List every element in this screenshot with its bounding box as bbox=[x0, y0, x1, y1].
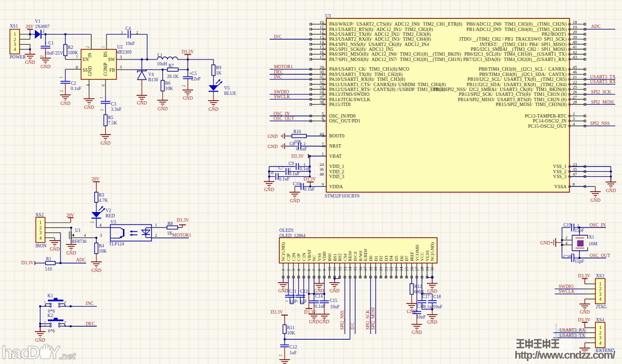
svg-text:2: 2 bbox=[155, 233, 157, 238]
svg-text:GND: GND bbox=[35, 338, 46, 343]
svg-text:1: 1 bbox=[99, 97, 104, 99]
svg-text:GND: GND bbox=[88, 66, 92, 76]
svg-text:1K: 1K bbox=[216, 71, 222, 76]
svg-text:SW: SW bbox=[108, 57, 115, 62]
svg-text:SWDIO: SWDIO bbox=[274, 90, 289, 94]
svg-text:BS0: BS0 bbox=[327, 253, 332, 261]
svg-text:GND: GND bbox=[268, 144, 278, 149]
svg-text:2: 2 bbox=[303, 142, 305, 146]
svg-text:5: 5 bbox=[322, 111, 324, 116]
svg-text:SWCLK: SWCLK bbox=[559, 289, 575, 294]
svg-text:NC(GND): NC(GND) bbox=[430, 243, 435, 261]
svg-text:TLP124: TLP124 bbox=[109, 242, 124, 246]
svg-text:4: 4 bbox=[14, 47, 16, 52]
svg-text:4: 4 bbox=[573, 121, 575, 126]
svg-text:4: 4 bbox=[599, 341, 602, 346]
svg-text:D3.3V: D3.3V bbox=[271, 310, 283, 315]
svg-text:GND: GND bbox=[41, 64, 51, 69]
svg-text:GND: GND bbox=[209, 107, 219, 112]
svg-text:STM32F103CBT6: STM32F103CBT6 bbox=[325, 194, 360, 198]
svg-text:6: 6 bbox=[101, 84, 106, 86]
svg-text:D3.3V: D3.3V bbox=[578, 273, 591, 278]
svg-text:2: 2 bbox=[599, 287, 602, 291]
svg-text:SWDIO: SWDIO bbox=[559, 284, 574, 289]
svg-text:0.1uF: 0.1uF bbox=[296, 147, 307, 152]
svg-text:0.1uF: 0.1uF bbox=[279, 177, 289, 182]
svg-text:30: 30 bbox=[319, 70, 324, 75]
svg-text:VBAT: VBAT bbox=[329, 153, 342, 159]
svg-text:D4: D4 bbox=[389, 256, 394, 261]
svg-text:GND: GND bbox=[84, 105, 94, 110]
svg-text:PA14/JTCK/SWCLK: PA14/JTCK/SWCLK bbox=[329, 97, 370, 102]
svg-text:PB15/SPI2_MOSI/ TIM1_CH3N(8): PB15/SPI2_MOSI/ TIM1_CH3N(8) bbox=[496, 102, 567, 107]
svg-text:.net: .net bbox=[59, 351, 76, 361]
svg-text:INC: INC bbox=[86, 301, 93, 306]
svg-text:D3: D3 bbox=[384, 256, 389, 261]
svg-text:19: 19 bbox=[573, 25, 577, 30]
svg-text:2: 2 bbox=[40, 55, 44, 57]
svg-text:OLED_12864: OLED_12864 bbox=[279, 233, 305, 238]
svg-text:U2: U2 bbox=[117, 45, 123, 49]
svg-text:C6: C6 bbox=[268, 170, 273, 175]
svg-text:0.1uF: 0.1uF bbox=[304, 187, 315, 192]
svg-text:R3: R3 bbox=[99, 193, 104, 197]
svg-text:SPI2_MOSI: SPI2_MOSI bbox=[371, 307, 376, 330]
svg-text:43: 43 bbox=[573, 55, 577, 60]
svg-text:R10: R10 bbox=[293, 129, 301, 134]
svg-text:2: 2 bbox=[599, 331, 602, 335]
svg-text:VBAT: VBAT bbox=[307, 249, 312, 261]
svg-text:K1: K1 bbox=[47, 293, 53, 298]
svg-text:20V: 20V bbox=[26, 24, 34, 29]
svg-text:9: 9 bbox=[322, 182, 324, 187]
svg-text:C8: C8 bbox=[289, 141, 295, 146]
svg-text:USART3_TX: USART3_TX bbox=[590, 75, 616, 79]
svg-text:C12: C12 bbox=[289, 345, 297, 349]
svg-text:6: 6 bbox=[322, 116, 324, 121]
svg-text:GND: GND bbox=[50, 247, 60, 252]
svg-text:B130: B130 bbox=[148, 77, 158, 82]
svg-text:45: 45 bbox=[573, 65, 577, 70]
svg-text:2: 2 bbox=[44, 324, 46, 328]
svg-text:10K: 10K bbox=[165, 86, 173, 91]
svg-text:7: 7 bbox=[76, 55, 78, 60]
svg-text:34: 34 bbox=[319, 90, 324, 94]
svg-text:SPI2_NSS: SPI2_NSS bbox=[590, 121, 610, 126]
svg-text:3.3nF: 3.3nF bbox=[111, 107, 121, 112]
svg-text:V5: V5 bbox=[224, 86, 230, 91]
svg-text:C2: C2 bbox=[71, 81, 76, 86]
svg-text:C1N: C1N bbox=[302, 253, 306, 261]
svg-text:CS#: CS# bbox=[343, 253, 348, 261]
svg-text:10nF: 10nF bbox=[125, 41, 135, 46]
svg-text:XS2: XS2 bbox=[35, 212, 44, 217]
svg-text:0.1uF: 0.1uF bbox=[71, 86, 81, 91]
svg-text:D/C#: D/C# bbox=[353, 251, 358, 261]
svg-text:41: 41 bbox=[573, 45, 577, 49]
svg-text:OSC_OUT: OSC_OUT bbox=[590, 253, 610, 258]
svg-text:GND: GND bbox=[61, 101, 71, 106]
svg-text:PA15/JTDI: PA15/JTDI bbox=[329, 102, 351, 107]
svg-text:29: 29 bbox=[319, 65, 324, 70]
svg-text:GND: GND bbox=[137, 101, 147, 106]
svg-text:28: 28 bbox=[573, 100, 577, 105]
svg-text:1K: 1K bbox=[167, 231, 173, 236]
svg-text:8: 8 bbox=[76, 65, 78, 70]
svg-text:0.1uF: 0.1uF bbox=[315, 304, 325, 309]
svg-text:hao: hao bbox=[1, 343, 31, 363]
svg-text:ADC: ADC bbox=[591, 24, 601, 29]
svg-text:22uF: 22uF bbox=[191, 76, 201, 81]
svg-text:36: 36 bbox=[319, 167, 324, 172]
svg-text:38: 38 bbox=[319, 100, 324, 105]
svg-text:2: 2 bbox=[295, 300, 299, 302]
svg-text:C19: C19 bbox=[563, 223, 571, 228]
svg-text:2: 2 bbox=[565, 235, 567, 240]
svg-text:C13: C13 bbox=[300, 289, 308, 294]
svg-text:RES#: RES# bbox=[348, 251, 352, 261]
svg-text:GND: GND bbox=[591, 198, 601, 203]
svg-text:V3: V3 bbox=[110, 220, 116, 225]
svg-text:4: 4 bbox=[84, 233, 86, 238]
svg-text:2: 2 bbox=[39, 226, 42, 230]
svg-text:1uF: 1uF bbox=[289, 350, 297, 355]
svg-text:10uH: 10uH bbox=[157, 61, 167, 66]
svg-text:1: 1 bbox=[599, 282, 602, 287]
svg-text:C17: C17 bbox=[422, 294, 430, 299]
